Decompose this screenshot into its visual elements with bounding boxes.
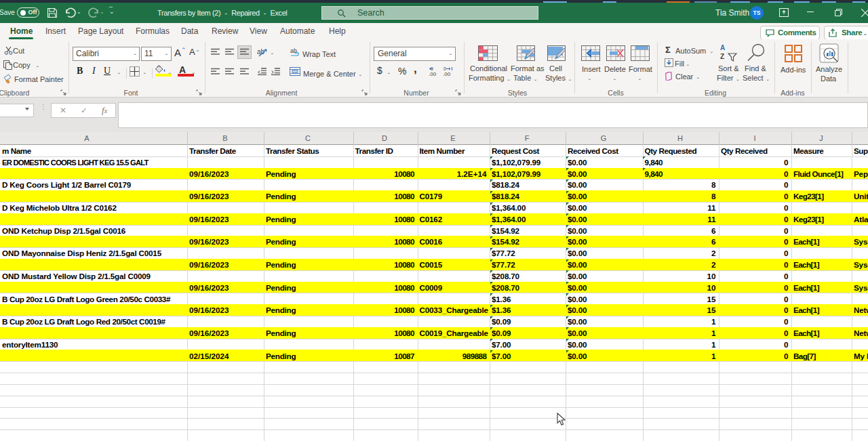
svg-text:.00: .00	[443, 71, 451, 77]
svg-text:0: 0	[443, 66, 446, 71]
svg-text:ab: ab	[290, 47, 297, 54]
svg-text:.00: .00	[429, 71, 437, 77]
svg-text:Z: Z	[720, 53, 724, 60]
svg-text:A: A	[720, 44, 725, 51]
